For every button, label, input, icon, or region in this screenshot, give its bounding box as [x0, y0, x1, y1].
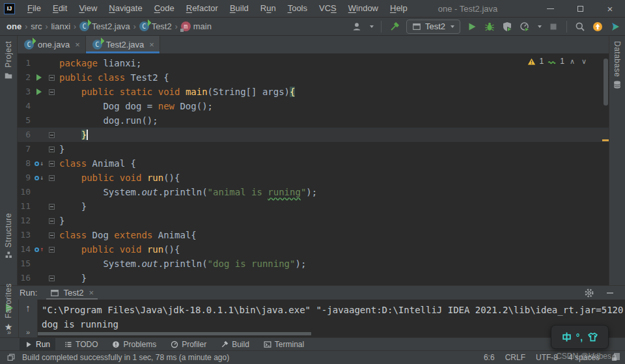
maximize-button[interactable]: [565, 0, 595, 17]
code-line-13[interactable]: 13class Dog extends Animal{: [18, 228, 609, 242]
menu-code[interactable]: Code: [148, 0, 180, 17]
breadcrumb-item-test2-java[interactable]: CTest2.java: [79, 21, 130, 31]
menu-run[interactable]: Run: [255, 0, 282, 17]
code-line-7[interactable]: 7}: [18, 142, 609, 156]
toolwindow-button-todo[interactable]: TODO: [59, 338, 103, 350]
breadcrumb-item-src[interactable]: src: [31, 21, 42, 31]
close-button[interactable]: ×: [595, 0, 625, 17]
code-line-16[interactable]: 16 }: [18, 271, 609, 285]
fold-marker-icon[interactable]: [49, 247, 55, 253]
profiler-button[interactable]: [519, 21, 531, 33]
fold-marker-icon[interactable]: [49, 132, 55, 138]
ime-skin-icon[interactable]: [587, 331, 598, 343]
tab-test2-java[interactable]: CTest2.java×: [86, 36, 160, 53]
scroll-up-icon[interactable]: ↑: [25, 303, 31, 313]
code-line-5[interactable]: 5 dog.run();: [18, 113, 609, 128]
menu-build[interactable]: Build: [224, 0, 255, 17]
run-button[interactable]: [466, 21, 478, 33]
run-configuration-select[interactable]: Test2: [406, 20, 460, 34]
code-line-1[interactable]: 1package lianxi;: [18, 56, 609, 70]
fold-marker-icon[interactable]: [49, 218, 55, 224]
run-console[interactable]: "C:\Program Files\Java\jdk-18.0.1.1\bin\…: [38, 300, 625, 337]
lock-icon[interactable]: [610, 354, 618, 362]
toolwindow-button-problems[interactable]: Problems: [107, 338, 161, 350]
search-everywhere-icon[interactable]: [574, 21, 586, 33]
debug-button[interactable]: [484, 21, 495, 33]
code-line-4[interactable]: 4 Dog dog = new Dog();: [18, 99, 609, 113]
code-line-6[interactable]: 6 }: [18, 128, 609, 142]
update-icon[interactable]: [592, 21, 604, 33]
toolwindow-button-build[interactable]: Build: [215, 338, 255, 350]
stripe-favorites[interactable]: Favorites★: [0, 283, 17, 332]
more-actions-icon[interactable]: »: [26, 328, 30, 336]
code-line-11[interactable]: 11 }: [18, 199, 609, 214]
menu-view[interactable]: View: [73, 0, 103, 17]
fold-marker-icon[interactable]: [49, 232, 55, 238]
overriding-icon[interactable]: [35, 247, 39, 252]
fold-marker-icon[interactable]: [49, 75, 55, 81]
stripe-structure[interactable]: Structure: [0, 213, 17, 259]
tab-one-java[interactable]: Cone.java×: [18, 36, 86, 53]
menu-help[interactable]: Help: [384, 0, 413, 17]
close-icon[interactable]: ×: [89, 288, 94, 298]
warning-stripe-mark[interactable]: [602, 139, 609, 141]
line-ending[interactable]: CRLF: [505, 353, 525, 362]
code-line-15[interactable]: 15 System.out.println("dog is running");: [18, 257, 609, 271]
code-line-9[interactable]: 9↓ public void run(){: [18, 171, 609, 185]
toolwindow-button-terminal[interactable]: Terminal: [258, 338, 309, 350]
overridden-icon[interactable]: [35, 161, 39, 166]
run-line-icon[interactable]: [36, 89, 42, 95]
warning-icon[interactable]: [527, 57, 536, 66]
code-line-3[interactable]: 3 public static void main(String[] args)…: [18, 85, 609, 99]
coverage-button[interactable]: [501, 21, 513, 33]
close-icon[interactable]: ×: [75, 40, 80, 49]
menu-navigate[interactable]: Navigate: [103, 0, 148, 17]
menu-refactor[interactable]: Refactor: [180, 0, 224, 17]
stripe-database[interactable]: Database: [609, 41, 625, 89]
fold-marker-icon[interactable]: [49, 175, 55, 181]
build-hammer-icon[interactable]: [389, 21, 400, 33]
menu-edit[interactable]: Edit: [47, 0, 73, 17]
menu-file[interactable]: File: [21, 0, 47, 17]
gear-icon[interactable]: [583, 287, 595, 299]
toolbox-icon[interactable]: [609, 21, 621, 33]
code-line-10[interactable]: 10 System.out.println("animal is runing"…: [18, 185, 609, 199]
caret-position[interactable]: 6:6: [484, 353, 495, 362]
minimize-button[interactable]: [535, 0, 565, 17]
menu-tools[interactable]: Tools: [282, 0, 313, 17]
run-tab[interactable]: Test2 ×: [46, 286, 98, 300]
toolwindow-button-profiler[interactable]: Profiler: [165, 338, 212, 350]
code-line-12[interactable]: 12}: [18, 214, 609, 228]
breadcrumb-item-test2[interactable]: CTest2: [139, 21, 172, 31]
breadcrumb-item-lianxi[interactable]: lianxi: [51, 21, 70, 31]
indent-setting[interactable]: 4 spaces: [568, 353, 600, 362]
code-line-2[interactable]: 2public class Test2 {: [18, 70, 609, 85]
breadcrumb-item-main[interactable]: mmain: [181, 21, 212, 31]
fold-marker-icon[interactable]: [49, 147, 55, 152]
menu-vcs[interactable]: VCS: [313, 0, 342, 17]
run-line-icon[interactable]: [36, 74, 42, 81]
code-editor[interactable]: 1package lianxi;2public class Test2 {3 p…: [18, 53, 609, 285]
punctuation-mode[interactable]: °,: [576, 332, 584, 343]
restore-windows-icon[interactable]: [5, 352, 17, 363]
prev-issue-button[interactable]: ∧: [568, 57, 576, 66]
editor-scrollbar[interactable]: [604, 59, 608, 105]
breadcrumb-item-one[interactable]: one: [7, 21, 21, 31]
fold-marker-icon[interactable]: [49, 161, 55, 167]
fold-marker-icon[interactable]: [49, 89, 55, 95]
chinese-mode-icon[interactable]: [561, 331, 572, 343]
menu-window[interactable]: Window: [342, 0, 384, 17]
close-icon[interactable]: ×: [149, 40, 154, 49]
file-encoding[interactable]: UTF-8: [536, 353, 558, 362]
console-scrollbar[interactable]: [38, 332, 311, 335]
hide-panel-icon[interactable]: [604, 287, 616, 299]
fold-marker-icon[interactable]: [49, 275, 55, 281]
overridden-icon[interactable]: [35, 176, 39, 180]
next-issue-button[interactable]: ∨: [580, 57, 588, 66]
code-line-14[interactable]: 14↑ public void run(){: [18, 242, 609, 257]
typo-icon[interactable]: [548, 57, 556, 66]
code-line-8[interactable]: 8↓class Animal {: [18, 156, 609, 171]
fold-marker-icon[interactable]: [49, 204, 55, 210]
toolwindow-button-run[interactable]: Run: [20, 338, 55, 350]
stripe-project[interactable]: Project: [0, 41, 17, 80]
